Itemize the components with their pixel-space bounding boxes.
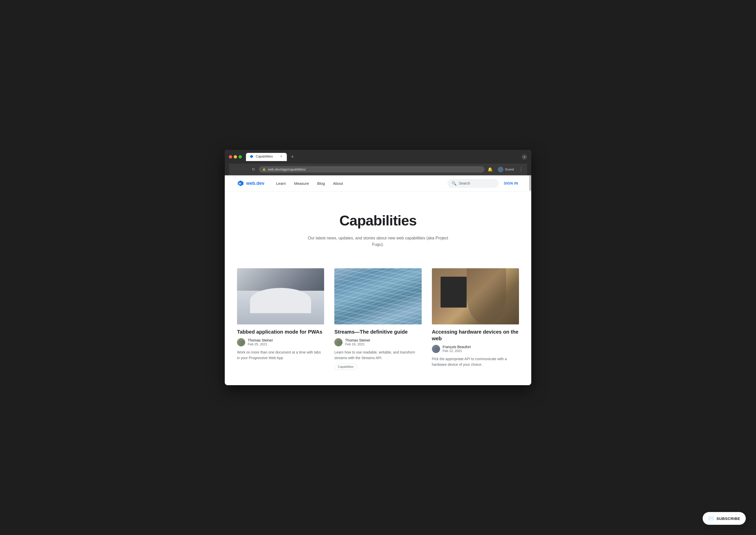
scrollbar-track bbox=[529, 175, 531, 191]
url-text: web.dev/tags/capabilities/ bbox=[268, 167, 306, 171]
maximize-traffic-light[interactable] bbox=[239, 155, 242, 158]
header-right: 🔍 Search SIGN IN bbox=[448, 179, 519, 188]
article-thumbnail-snow bbox=[237, 268, 324, 324]
article-author-3: FB François Beaufort Feb 12, 2021 bbox=[432, 345, 519, 353]
browser-toolbar: ← → ↻ 🔒 web.dev/tags/capabilities/ 🔔 👤 G… bbox=[229, 164, 527, 175]
browser-window: Capabilities ✕ + ◈ ← → ↻ 🔒 web.dev/tags/… bbox=[225, 150, 531, 385]
toolbar-right: 🔔 👤 Guest ⋮ bbox=[486, 166, 524, 173]
author-avatar-ts-1: TS bbox=[237, 338, 245, 346]
svg-marker-0 bbox=[250, 155, 253, 158]
notification-button[interactable]: 🔔 bbox=[486, 166, 494, 173]
user-avatar-icon: 👤 bbox=[498, 167, 504, 172]
forward-icon: → bbox=[243, 167, 247, 172]
author-avatar-fb: FB bbox=[432, 345, 440, 353]
svg-text:W: W bbox=[239, 182, 241, 185]
article-tags-2: Capabilities bbox=[334, 364, 422, 370]
close-traffic-light[interactable] bbox=[229, 155, 232, 158]
article-card-3: Accessing hardware devices on the web FB… bbox=[432, 268, 519, 370]
site-nav: Learn Measure Blog About bbox=[273, 179, 448, 187]
author-date-2: Feb 19, 2021 bbox=[345, 342, 370, 346]
articles-section: Tabbed application mode for PWAs TS Thom… bbox=[225, 263, 531, 385]
browser-tabs-row: Capabilities ✕ + ◈ bbox=[229, 153, 527, 161]
article-thumbnail-water bbox=[334, 268, 422, 324]
reload-icon: ↻ bbox=[252, 167, 255, 172]
article-excerpt-3: Pick the appropriate API to communicate … bbox=[432, 356, 519, 370]
forward-button[interactable]: → bbox=[241, 166, 248, 173]
tab-title: Capabilities bbox=[256, 155, 273, 158]
search-placeholder: Search bbox=[459, 181, 470, 185]
article-card-1: Tabbed application mode for PWAs TS Thom… bbox=[237, 268, 324, 370]
author-avatar-ts-2: TS bbox=[334, 338, 342, 346]
author-date-1: Feb 25, 2021 bbox=[248, 342, 273, 346]
sign-in-button[interactable]: SIGN IN bbox=[503, 179, 519, 187]
article-title-1[interactable]: Tabbed application mode for PWAs bbox=[237, 328, 324, 335]
article-title-3[interactable]: Accessing hardware devices on the web bbox=[432, 328, 519, 342]
hero-section: Capabilities Our latest news, updates, a… bbox=[225, 192, 531, 263]
extension-icon: ◈ bbox=[522, 154, 527, 160]
notification-icon: 🔔 bbox=[487, 167, 493, 172]
user-label: Guest bbox=[505, 167, 514, 171]
article-title-2[interactable]: Streams—The definitive guide bbox=[334, 328, 422, 335]
more-icon: ⋮ bbox=[519, 167, 523, 172]
minimize-traffic-light[interactable] bbox=[234, 155, 237, 158]
site-header: W web.dev Learn Measure Blog About 🔍 Sea… bbox=[225, 175, 531, 192]
more-options-button[interactable]: ⋮ bbox=[518, 166, 524, 173]
hero-title: Capabilities bbox=[237, 212, 519, 229]
article-author-1: TS Thomas Steiner Feb 25, 2021 bbox=[237, 338, 324, 346]
article-image-2 bbox=[334, 268, 422, 324]
hero-description: Our latest news, updates, and stories ab… bbox=[306, 235, 450, 248]
author-name-1: Thomas Steiner bbox=[248, 338, 273, 342]
author-info-1: Thomas Steiner Feb 25, 2021 bbox=[248, 338, 273, 346]
nav-measure[interactable]: Measure bbox=[290, 179, 312, 187]
article-thumbnail-workshop bbox=[432, 268, 519, 324]
article-excerpt-1: Work on more than one document at a time… bbox=[237, 350, 324, 370]
articles-grid: Tabbed application mode for PWAs TS Thom… bbox=[237, 268, 519, 370]
search-icon: 🔍 bbox=[451, 181, 457, 186]
nav-blog[interactable]: Blog bbox=[314, 179, 329, 187]
article-card-2: Streams—The definitive guide TS Thomas S… bbox=[334, 268, 422, 370]
active-tab[interactable]: Capabilities ✕ bbox=[246, 153, 287, 161]
search-box[interactable]: 🔍 Search bbox=[448, 179, 499, 188]
scrollbar-thumb[interactable] bbox=[529, 175, 531, 191]
lock-icon: 🔒 bbox=[262, 168, 266, 171]
user-account-button[interactable]: 👤 Guest bbox=[496, 166, 516, 173]
author-name-2: Thomas Steiner bbox=[345, 338, 370, 342]
article-tag-capabilities[interactable]: Capabilities bbox=[334, 364, 357, 370]
back-button[interactable]: ← bbox=[232, 166, 239, 173]
author-name-3: François Beaufort bbox=[443, 345, 471, 349]
author-info-2: Thomas Steiner Feb 19, 2021 bbox=[345, 338, 370, 346]
author-date-3: Feb 12, 2021 bbox=[443, 349, 471, 353]
article-author-2: TS Thomas Steiner Feb 19, 2021 bbox=[334, 338, 422, 346]
webdev-logo-icon: W bbox=[237, 180, 244, 187]
logo-text: web.dev bbox=[246, 181, 264, 186]
reload-button[interactable]: ↻ bbox=[250, 166, 257, 173]
article-image-1 bbox=[237, 268, 324, 324]
nav-learn[interactable]: Learn bbox=[273, 179, 289, 187]
nav-about[interactable]: About bbox=[330, 179, 347, 187]
browser-titlebar: Capabilities ✕ + ◈ ← → ↻ 🔒 web.dev/tags/… bbox=[225, 150, 531, 175]
back-icon: ← bbox=[233, 167, 238, 172]
traffic-lights bbox=[229, 155, 242, 158]
browser-body: W web.dev Learn Measure Blog About 🔍 Sea… bbox=[225, 175, 531, 385]
address-bar[interactable]: 🔒 web.dev/tags/capabilities/ bbox=[259, 166, 484, 173]
author-info-3: François Beaufort Feb 12, 2021 bbox=[443, 345, 471, 353]
site-logo[interactable]: W web.dev bbox=[237, 180, 264, 187]
new-tab-button[interactable]: + bbox=[289, 153, 296, 161]
article-excerpt-2: Learn how to use readable, writable, and… bbox=[334, 350, 422, 361]
tab-favicon bbox=[249, 155, 254, 158]
article-image-3 bbox=[432, 268, 519, 324]
tab-close-button[interactable]: ✕ bbox=[279, 155, 283, 158]
website-content: W web.dev Learn Measure Blog About 🔍 Sea… bbox=[225, 175, 531, 385]
